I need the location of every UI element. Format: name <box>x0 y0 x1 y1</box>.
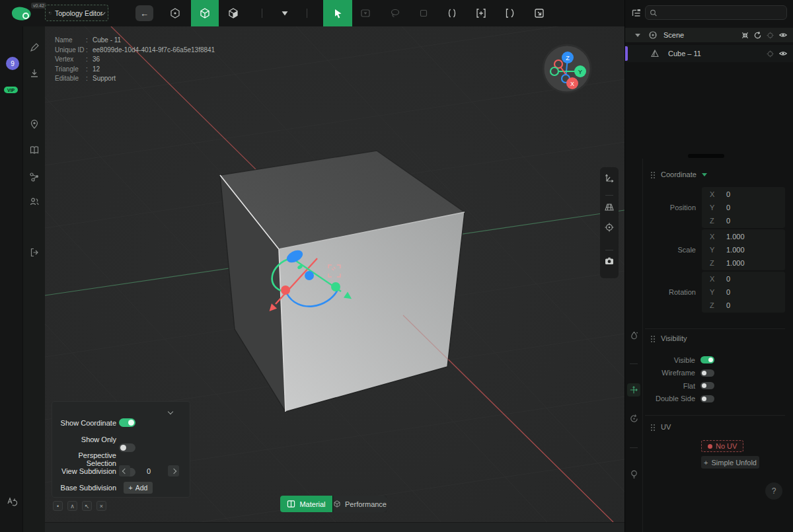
face-mode-button[interactable] <box>221 0 245 26</box>
back-button[interactable]: ← <box>135 5 153 21</box>
light-props-button[interactable] <box>628 468 640 480</box>
uv-section-header[interactable]: UV <box>650 423 671 431</box>
collapse-panel-chevron-icon[interactable] <box>168 409 173 414</box>
locate-icon[interactable] <box>766 50 774 58</box>
axis-z-handle[interactable]: Z <box>562 52 574 63</box>
panel-scroll-indicator[interactable] <box>688 154 724 158</box>
subdivision-decrease-button[interactable] <box>119 465 130 476</box>
coordinate-section-header[interactable]: Coordinate <box>650 171 707 178</box>
subdivision-increase-button[interactable] <box>168 465 179 476</box>
extract-tool-button[interactable] <box>527 0 551 26</box>
right-panel: Scene Cube – 11 <box>624 0 793 532</box>
hierarchy-icon[interactable] <box>631 8 642 19</box>
position-z-field[interactable]: Z0 <box>702 214 785 227</box>
drag-handle-icon[interactable] <box>650 335 656 342</box>
visibility-eye-icon[interactable] <box>778 49 788 58</box>
no-uv-badge: No UV <box>701 440 743 452</box>
material-props-button[interactable] <box>628 329 640 341</box>
tree-row-scene[interactable]: Scene <box>625 28 793 42</box>
grid-view-button[interactable] <box>604 202 615 212</box>
svg-text:Z: Z <box>566 55 570 61</box>
focus-selection-button[interactable] <box>604 222 615 233</box>
tab-performance[interactable]: Performance <box>333 496 387 512</box>
flat-toggle[interactable] <box>700 382 714 389</box>
language-toggle-button[interactable] <box>5 496 17 508</box>
drag-handle-icon[interactable] <box>650 424 656 431</box>
svg-text:Y: Y <box>578 69 582 75</box>
tab-material[interactable]: Material <box>280 496 332 512</box>
viewport-3d[interactable]: Name:Cube - 11 Unique ID:ee8099de-10d4-4… <box>45 26 624 522</box>
drag-handle-icon[interactable] <box>650 171 656 178</box>
community-button[interactable] <box>28 196 40 208</box>
info-row: Triangle:12 <box>55 65 215 75</box>
position-y-field[interactable]: Y0 <box>702 201 785 214</box>
search-icon <box>650 9 658 17</box>
visibility-section-header[interactable]: Visibility <box>650 334 687 342</box>
screenshot-button[interactable] <box>604 256 615 266</box>
locate-icon[interactable] <box>766 31 774 40</box>
object-label: Cube – 11 <box>668 50 701 57</box>
search-input[interactable] <box>661 8 782 17</box>
bridge-tool-button[interactable] <box>498 0 522 26</box>
collapse-all-icon[interactable] <box>741 31 749 40</box>
environment-button[interactable] <box>28 118 40 130</box>
avatar[interactable]: 9 <box>6 57 19 70</box>
exit-button[interactable] <box>28 247 40 258</box>
download-icon <box>29 68 40 79</box>
filter-button[interactable] <box>273 0 297 26</box>
scale-z-field[interactable]: Z1.000 <box>702 256 785 270</box>
keycap-button[interactable]: ↖ <box>82 501 92 511</box>
simple-unfold-button[interactable]: + Simple Unfold <box>701 456 759 469</box>
svg-text:X: X <box>570 81 574 87</box>
lasso-select-button[interactable] <box>383 0 407 26</box>
rotation-group: Rotation X0 Y0 Z0 <box>645 272 785 313</box>
rotation-y-field[interactable]: Y0 <box>702 285 785 299</box>
nodes-button[interactable] <box>28 171 40 183</box>
performance-cube-icon <box>333 500 341 508</box>
import-button[interactable] <box>28 67 40 79</box>
box-select-button[interactable] <box>354 0 377 26</box>
option-label: Show Coordinate <box>52 419 116 427</box>
rotation-z-field[interactable]: Z0 <box>702 299 785 312</box>
axis-x-handle[interactable]: X <box>566 77 578 89</box>
object-mode-button[interactable] <box>191 0 219 26</box>
keycap-button[interactable]: × <box>96 501 106 511</box>
keycap-button[interactable]: ∧ <box>67 501 77 511</box>
axis-neg-y-handle[interactable] <box>550 67 558 75</box>
section-divider <box>645 415 785 416</box>
tree-row-cube[interactable]: Cube – 11 <box>625 45 793 62</box>
sketch-tool-button[interactable] <box>28 42 40 54</box>
mode-selector-dropdown[interactable]: Topology Editor <box>45 5 108 21</box>
measure-axis-button[interactable] <box>604 173 615 184</box>
section-collapse-icon[interactable] <box>702 173 707 176</box>
scale-y-field[interactable]: Y1.000 <box>702 243 785 256</box>
visible-toggle[interactable] <box>700 356 714 363</box>
visibility-eye-icon[interactable] <box>778 30 788 40</box>
split-tool-button[interactable] <box>440 0 464 26</box>
vertex-mode-button[interactable] <box>163 0 187 26</box>
keycap-button[interactable]: • <box>53 501 63 511</box>
box-arrow-icon <box>533 7 545 19</box>
modifier-props-button[interactable] <box>628 412 640 424</box>
show-only-toggle[interactable] <box>119 443 135 452</box>
orientation-gizmo[interactable]: Z Y X <box>542 44 592 94</box>
double-side-toggle[interactable] <box>700 395 714 402</box>
help-button[interactable]: ? <box>765 482 782 500</box>
position-x-field[interactable]: X0 <box>702 188 785 201</box>
rotation-x-field[interactable]: X0 <box>702 272 785 285</box>
toolbar-separator <box>262 9 262 18</box>
select-tool-button[interactable] <box>323 0 352 26</box>
show-coordinate-toggle[interactable] <box>119 418 135 427</box>
wireframe-toggle[interactable] <box>700 369 714 377</box>
axis-y-handle[interactable]: Y <box>574 65 586 77</box>
library-button[interactable] <box>28 144 40 156</box>
scene-icon <box>648 30 658 40</box>
option-label: View Subdivision <box>52 467 116 475</box>
expand-chevron-icon[interactable] <box>635 34 640 37</box>
scale-x-field[interactable]: X1.000 <box>702 230 785 243</box>
refresh-icon[interactable] <box>753 31 762 40</box>
toolbar-separator <box>307 9 307 18</box>
rect-select-button[interactable] <box>412 0 435 26</box>
insert-tool-button[interactable] <box>469 0 493 26</box>
add-base-subdivision-button[interactable]: + Add <box>124 482 153 494</box>
